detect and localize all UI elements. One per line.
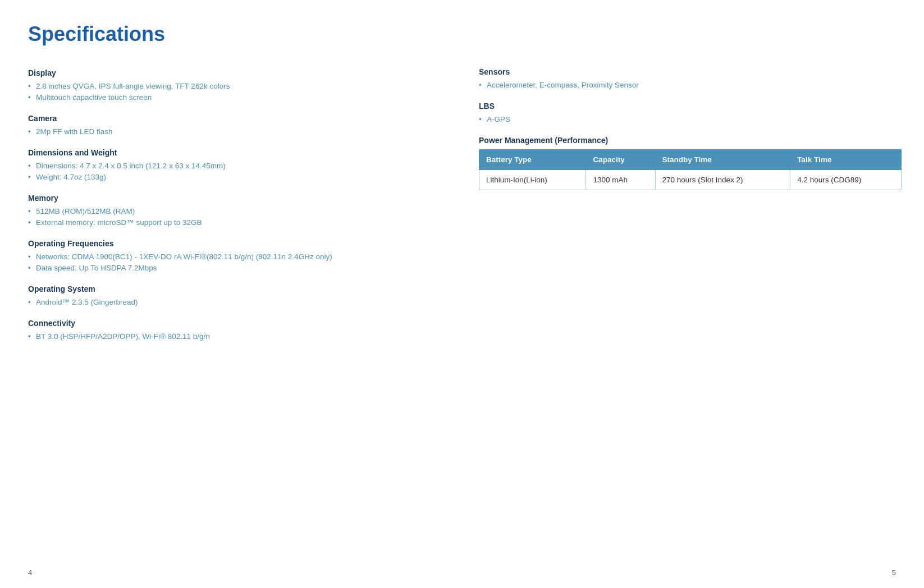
section-heading-memory: Memory (28, 194, 440, 203)
list-item: Android™ 2.3.5 (Gingerbread) (28, 298, 440, 306)
section-heading-operating-system: Operating System (28, 284, 440, 293)
section-lbs: LBSA-GPS (479, 102, 902, 123)
table-header: Standby Time (655, 150, 790, 170)
list-item: Accelerometer, E-compass, Proximity Sens… (479, 81, 902, 89)
page-container: Specifications Display2.8 inches QVGA, I… (0, 0, 924, 588)
table-header: Battery Type (479, 150, 586, 170)
bullet-list-operating-system: Android™ 2.3.5 (Gingerbread) (28, 298, 440, 306)
bullet-list-memory: 512MB (ROM)/512MB (RAM)External memory: … (28, 207, 440, 227)
list-item: A-GPS (479, 115, 902, 123)
list-item: 512MB (ROM)/512MB (RAM) (28, 207, 440, 215)
page-number-right: 5 (892, 568, 896, 577)
section-heading-operating-frequencies: Operating Frequencies (28, 239, 440, 248)
specs-table-power-management: Battery TypeCapacityStandby TimeTalk Tim… (479, 149, 902, 190)
list-item: Data speed: Up To HSDPA 7.2Mbps (28, 264, 440, 272)
table-cell: Lithium-Ion(Li-ion) (479, 170, 586, 190)
list-item: Multitouch capacitive touch screen (28, 93, 440, 102)
bullet-list-dimensions: Dimensions: 4.7 x 2.4 x 0.5 inch (121.2 … (28, 162, 440, 181)
list-item: Networks: CDMA 1900(BC1) - 1XEV-DO rA Wi… (28, 252, 440, 261)
bullet-list-connectivity: BT 3.0 (HSP/HFP/A2DP/OPP), Wi-Fi® 802.11… (28, 332, 440, 341)
section-heading-display: Display (28, 68, 440, 77)
section-connectivity: ConnectivityBT 3.0 (HSP/HFP/A2DP/OPP), W… (28, 319, 440, 341)
bullet-list-camera: 2Mp FF with LED flash (28, 127, 440, 136)
list-item: BT 3.0 (HSP/HFP/A2DP/OPP), Wi-Fi® 802.11… (28, 332, 440, 341)
page-title: Specifications (28, 22, 440, 46)
section-sensors: SensorsAccelerometer, E-compass, Proximi… (479, 67, 902, 89)
table-cell: 4.2 hours (CDG89) (790, 170, 902, 190)
page-number-left: 4 (28, 568, 32, 577)
table-cell: 1300 mAh (586, 170, 655, 190)
section-power-management: Power Management (Performance)Battery Ty… (479, 136, 902, 190)
bullet-list-display: 2.8 inches QVGA, IPS full-angle viewing,… (28, 82, 440, 102)
section-heading-camera: Camera (28, 114, 440, 123)
list-item: Weight: 4.7oz (133g) (28, 173, 440, 181)
bullet-list-sensors: Accelerometer, E-compass, Proximity Sens… (479, 81, 902, 89)
right-column: SensorsAccelerometer, E-compass, Proximi… (462, 0, 924, 588)
section-memory: Memory512MB (ROM)/512MB (RAM)External me… (28, 194, 440, 227)
list-item: Dimensions: 4.7 x 2.4 x 0.5 inch (121.2 … (28, 162, 440, 170)
section-heading-sensors: Sensors (479, 67, 902, 76)
table-row: Lithium-Ion(Li-ion)1300 mAh270 hours (Sl… (479, 170, 902, 190)
list-item: 2.8 inches QVGA, IPS full-angle viewing,… (28, 82, 440, 90)
section-operating-system: Operating SystemAndroid™ 2.3.5 (Gingerbr… (28, 284, 440, 306)
table-header: Talk Time (790, 150, 902, 170)
table-header: Capacity (586, 150, 655, 170)
section-heading-power-management: Power Management (Performance) (479, 136, 902, 145)
table-cell: 270 hours (Slot Index 2) (655, 170, 790, 190)
section-display: Display2.8 inches QVGA, IPS full-angle v… (28, 68, 440, 102)
left-column: Specifications Display2.8 inches QVGA, I… (0, 0, 462, 588)
list-item: External memory: microSD™ support up to … (28, 218, 440, 227)
section-heading-dimensions: Dimensions and Weight (28, 148, 440, 157)
bullet-list-operating-frequencies: Networks: CDMA 1900(BC1) - 1XEV-DO rA Wi… (28, 252, 440, 272)
section-heading-connectivity: Connectivity (28, 319, 440, 328)
list-item: 2Mp FF with LED flash (28, 127, 440, 136)
right-sections: SensorsAccelerometer, E-compass, Proximi… (479, 67, 902, 190)
bullet-list-lbs: A-GPS (479, 115, 902, 123)
section-dimensions: Dimensions and WeightDimensions: 4.7 x 2… (28, 148, 440, 181)
section-heading-lbs: LBS (479, 102, 902, 111)
left-sections: Display2.8 inches QVGA, IPS full-angle v… (28, 68, 440, 341)
section-camera: Camera2Mp FF with LED flash (28, 114, 440, 136)
section-operating-frequencies: Operating FrequenciesNetworks: CDMA 1900… (28, 239, 440, 272)
